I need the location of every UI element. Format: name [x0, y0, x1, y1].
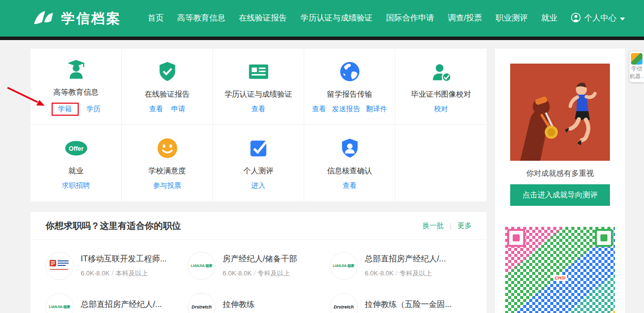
- shield-person-icon: [339, 136, 361, 160]
- link-apply-report[interactable]: 申请: [171, 105, 185, 114]
- nav-employment[interactable]: 就业: [541, 13, 557, 24]
- link-view-confirm[interactable]: 查看: [343, 181, 357, 190]
- service-title: 高等教育信息: [54, 88, 99, 97]
- user-icon: [571, 13, 581, 25]
- qr-center-logo: CHSI: [553, 275, 567, 281]
- job-item[interactable]: LIANJIA.链家 房产经纪人/储备干部 6.0K-8.0K/专科及以上: [187, 252, 329, 280]
- nav-international[interactable]: 国际合作申请: [386, 13, 435, 24]
- nav-online-report[interactable]: 在线验证报告: [239, 13, 287, 24]
- user-menu[interactable]: 个人中心: [571, 13, 625, 25]
- job-title[interactable]: IT移动互联开发工程师...: [81, 254, 167, 264]
- annotation-arrow: [6, 86, 49, 111]
- main-nav: 首页 高等教育信息 在线验证报告 学历认证与成绩验证 国际合作申请 调查/投票 …: [148, 13, 625, 25]
- nav-career-test[interactable]: 职业测评: [496, 13, 528, 24]
- job-title[interactable]: 拉伸教练: [223, 299, 255, 310]
- qr-code: CHSI: [505, 227, 615, 313]
- job-item[interactable]: Drstretch 拉伸教练: [187, 293, 329, 313]
- company-logo: LIANJIA.链家: [330, 252, 358, 280]
- job-title[interactable]: 总部直招房产经纪人/...: [81, 299, 162, 310]
- nav-degree-verification[interactable]: 学历认证与成绩验证: [301, 13, 373, 24]
- service-title: 毕业证书图像校对: [411, 90, 471, 99]
- link-view-report[interactable]: 查看: [149, 105, 163, 114]
- job-item[interactable]: IT移动互联开发工程师... 6.0K-8.0K/本科及以上: [46, 252, 187, 280]
- service-links: 校对: [434, 105, 448, 114]
- job-info: 总部直招房产经纪人/... 6.0K-8.0K/专科及以上: [365, 254, 446, 278]
- poster-caption: 你对成就感有多重视: [495, 169, 625, 178]
- service-title: 就业: [69, 166, 84, 176]
- more-jobs-link[interactable]: 更多: [458, 221, 472, 230]
- right-sidebar: 你对成就感有多重视 点击进入成就导向测评 CHSI: [495, 49, 625, 313]
- checkbox-icon: [247, 136, 270, 160]
- link-student-status[interactable]: 学籍: [58, 105, 72, 113]
- job-info: 总部直招房产经纪人/...: [81, 299, 162, 313]
- service-links: 查看 申请: [149, 105, 185, 114]
- chevron-down-icon: [620, 18, 625, 21]
- qr-finder-topright-icon: [595, 229, 613, 247]
- qr-finder-topleft-icon: [507, 229, 525, 247]
- link-job-search[interactable]: 求职招聘: [62, 181, 90, 190]
- jobs-section-title: 你想求职吗？这里有适合你的职位: [46, 220, 181, 232]
- nav-higher-education[interactable]: 高等教育信息: [177, 13, 226, 24]
- site-title: 学信档案: [61, 10, 121, 28]
- link-view-verification[interactable]: 查看: [252, 105, 266, 114]
- top-navbar: 学信档案 首页 高等教育信息 在线验证报告 学历认证与成绩验证 国际合作申请 调…: [0, 0, 644, 37]
- job-item[interactable]: Drstretch 拉伸教练（五险一金固...: [330, 293, 472, 313]
- job-salary: 6.0K-8.0K: [365, 269, 394, 277]
- job-education: 专科及以上: [399, 269, 432, 277]
- meta-separator: /: [254, 269, 256, 277]
- service-tile-degree-verification: 学历认证与成绩验证 查看: [213, 49, 304, 125]
- service-tile-photo-check: 毕业证书图像校对 校对: [395, 49, 487, 125]
- service-links: 进入: [252, 181, 266, 190]
- service-tile-employment: Offer 就业 求职招聘: [31, 125, 122, 201]
- assistant-avatar: [631, 53, 642, 65]
- user-menu-label: 个人中心: [584, 13, 616, 24]
- service-title: 在线验证报告: [145, 90, 190, 99]
- jobs-grid: IT移动互联开发工程师... 6.0K-8.0K/本科及以上 LIANJIA.链…: [31, 240, 487, 313]
- graduate-icon: [65, 58, 88, 82]
- job-education: 专科及以上: [258, 269, 290, 277]
- job-meta: 6.0K-8.0K/本科及以上: [81, 269, 167, 278]
- service-links: 查看 发送报告 翻译件: [312, 105, 387, 114]
- site-logo[interactable]: 学信档案: [32, 9, 121, 28]
- poster-illustration: [510, 64, 610, 161]
- service-links: 参与投票: [153, 181, 181, 190]
- link-translation[interactable]: 翻译件: [366, 105, 387, 114]
- header-bottom-strip: [0, 37, 644, 40]
- chsi-logo-icon: [32, 9, 55, 28]
- meta-separator: /: [395, 269, 397, 277]
- job-info: 拉伸教练: [223, 299, 255, 313]
- promo-poster[interactable]: [510, 64, 610, 161]
- annotation-highlight-box: 学籍: [52, 103, 79, 116]
- refresh-jobs-link[interactable]: 换一批: [422, 221, 444, 230]
- link-vote[interactable]: 参与投票: [153, 181, 181, 190]
- job-item[interactable]: LIANJIA.链家 总部直招房产经纪人/... 6.0K-8.0K/专科及以上: [330, 252, 472, 280]
- report-card-icon: [247, 60, 270, 84]
- service-tile-personal-test: 个人测评 进入: [213, 125, 304, 201]
- link-view-overseas[interactable]: 查看: [312, 105, 326, 114]
- jobs-card: 你想求职吗？这里有适合你的职位 换一批 | 更多 IT移动互联开发工程师... …: [31, 212, 487, 313]
- link-send-report[interactable]: 发送报告: [332, 105, 360, 114]
- assistant-widget[interactable]: 学信 机器..: [629, 52, 644, 82]
- nav-home[interactable]: 首页: [148, 13, 164, 24]
- job-salary: 6.0K-8.0K: [81, 269, 110, 277]
- job-item[interactable]: LIANJIA.链家 总部直招房产经纪人/...: [46, 293, 187, 313]
- assistant-label-line1: 学信: [631, 66, 642, 72]
- service-tile-info-confirm: 信息核查确认 查看: [304, 125, 395, 201]
- jobs-actions: 换一批 | 更多: [422, 221, 472, 230]
- service-title: 学校满意度: [148, 166, 186, 176]
- link-proofread[interactable]: 校对: [434, 105, 448, 114]
- job-meta: 6.0K-8.0K/专科及以上: [223, 269, 297, 278]
- link-enter-test[interactable]: 进入: [252, 181, 266, 190]
- services-grid: 高等教育信息 学籍 学历 在线验证报告 查看 申请: [31, 49, 487, 201]
- job-title[interactable]: 房产经纪人/储备干部: [223, 254, 297, 264]
- company-logo: Drstretch: [330, 293, 358, 313]
- link-academic-degree[interactable]: 学历: [87, 105, 101, 114]
- job-title[interactable]: 总部直招房产经纪人/...: [365, 254, 446, 264]
- service-tile-satisfaction: 学校满意度 参与投票: [122, 125, 213, 201]
- achievement-test-button[interactable]: 点击进入成就导向测评: [510, 184, 610, 206]
- nav-survey[interactable]: 调查/投票: [448, 13, 482, 24]
- company-logo: LIANJIA.链家: [187, 252, 216, 280]
- person-check-icon: [430, 60, 453, 84]
- job-title[interactable]: 拉伸教练（五险一金固...: [365, 299, 452, 310]
- company-logo: LIANJIA.链家: [46, 293, 74, 313]
